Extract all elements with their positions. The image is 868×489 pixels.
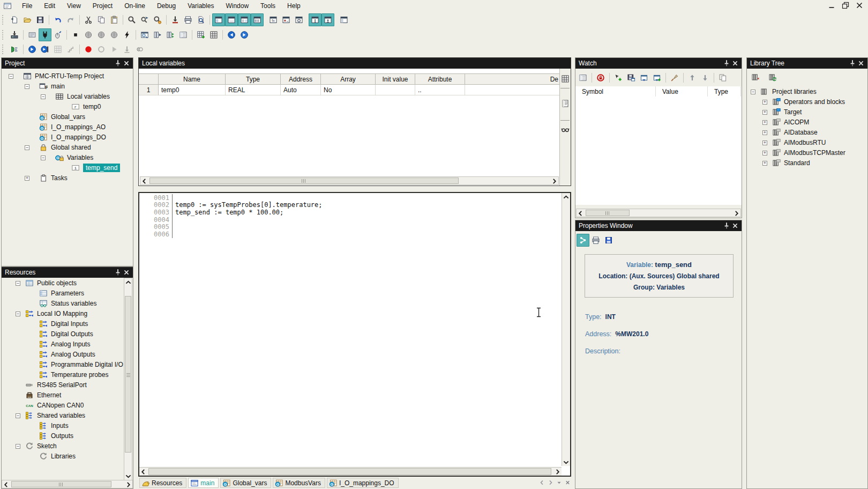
expander-plus-icon[interactable]: + xyxy=(762,110,767,115)
tree-item-ethernet[interactable]: Ethernet xyxy=(2,390,133,401)
refresh-columns-button[interactable] xyxy=(164,28,177,41)
tree-item-analog-outputs[interactable]: Analog Outputs xyxy=(2,350,133,360)
compile-button[interactable] xyxy=(82,28,95,41)
menu-item-help[interactable]: Help xyxy=(281,1,306,11)
close-button[interactable] xyxy=(731,59,739,68)
scrollbar-thumb[interactable] xyxy=(149,177,459,184)
scroll-right-icon[interactable] xyxy=(124,480,132,488)
expander-plus-icon[interactable]: + xyxy=(762,120,767,125)
download-code-button[interactable] xyxy=(39,43,51,56)
tab-resources[interactable]: Resources xyxy=(139,478,186,488)
toolbar-grip[interactable] xyxy=(2,45,5,54)
toolbar-grip[interactable] xyxy=(2,30,5,40)
close-button[interactable] xyxy=(731,221,739,230)
tree-item-analog-inputs[interactable]: Analog Inputs xyxy=(2,339,133,350)
step-over-button[interactable] xyxy=(121,43,133,56)
column-header-type[interactable]: Type xyxy=(226,73,281,85)
tab-menu-button[interactable] xyxy=(556,479,563,486)
find-button[interactable] xyxy=(125,13,138,26)
watch-list[interactable] xyxy=(575,97,742,205)
code-editor[interactable]: 00010002temp0 := sysTempProbes[0].temper… xyxy=(138,192,571,477)
expander-minus-icon[interactable]: − xyxy=(16,444,20,449)
scroll-right-icon[interactable] xyxy=(553,468,562,476)
add-symbol-button[interactable] xyxy=(612,71,625,84)
tree-item-rs485-serialport[interactable]: RS485 SerialPort xyxy=(2,380,133,390)
resources-vertical-scrollbar[interactable] xyxy=(124,278,132,480)
tree-item-temp-send[interactable]: itemp_send xyxy=(2,163,133,173)
device-view-button[interactable] xyxy=(26,28,39,41)
save-watch-button[interactable] xyxy=(625,71,638,84)
library-window-button[interactable] xyxy=(251,13,264,26)
watch-window-button[interactable] xyxy=(238,13,251,26)
fullscreen-button[interactable] xyxy=(338,13,350,26)
scroll-down-icon[interactable] xyxy=(124,472,132,480)
table-horizontal-scrollbar[interactable] xyxy=(140,176,559,185)
scroll-left-icon[interactable] xyxy=(2,480,10,488)
tree-item-libraries[interactable]: Libraries xyxy=(2,451,133,462)
go-to-symbol-button[interactable] xyxy=(169,13,182,26)
tree-item-digital-outputs[interactable]: Digital Outputs xyxy=(2,329,133,339)
expander-plus-icon[interactable]: + xyxy=(25,176,29,181)
grid-properties-button[interactable] xyxy=(560,74,570,84)
menu-item-project[interactable]: Project xyxy=(87,1,118,11)
column-header-row-number[interactable] xyxy=(139,73,159,85)
expander-plus-icon[interactable]: + xyxy=(762,151,767,155)
scrollbar-track[interactable] xyxy=(10,480,124,488)
scroll-left-icon[interactable] xyxy=(140,177,148,185)
tree-item-status-variables[interactable]: Status variables xyxy=(2,299,133,309)
tab-left-button[interactable] xyxy=(538,479,545,486)
scroll-up-icon[interactable] xyxy=(124,278,132,286)
menu-item-tools[interactable]: Tools xyxy=(255,1,281,11)
tree-item-aicopm[interactable]: +AICOPM xyxy=(747,117,867,128)
menu-item-on-line[interactable]: On-line xyxy=(118,1,151,11)
code-line[interactable]: 0002temp0 := sysTempProbes[0].temperatur… xyxy=(139,202,560,209)
tree-item-main[interactable]: −Pmain xyxy=(2,82,133,92)
clear-watch-button[interactable] xyxy=(668,71,681,84)
tab-right-button[interactable] xyxy=(547,479,554,486)
stop-button[interactable] xyxy=(69,28,82,41)
cell-row-number[interactable]: 1 xyxy=(139,85,159,95)
call-stack-button[interactable] xyxy=(64,43,77,56)
tab-close-button[interactable] xyxy=(564,479,571,486)
open-project-button[interactable] xyxy=(21,13,34,26)
menu-item-debug[interactable]: Debug xyxy=(151,1,182,11)
expander-plus-icon[interactable]: + xyxy=(762,161,767,166)
column-header-array[interactable]: Array xyxy=(321,73,376,85)
table-row[interactable]: 1temp0REALAutoNo.. xyxy=(139,85,561,95)
code-line[interactable]: 0003temp_send := temp0 * 100.00; xyxy=(139,209,560,216)
expander-plus-icon[interactable]: + xyxy=(762,100,767,105)
tree-item-global-vars[interactable]: GGlobal_vars xyxy=(2,112,133,122)
scroll-right-icon[interactable] xyxy=(732,209,740,217)
save-blue-button[interactable] xyxy=(602,234,615,247)
cross-reference-window-button[interactable] xyxy=(280,13,293,26)
output-window-button[interactable] xyxy=(225,13,238,26)
tree-item-public-objects[interactable]: −Public objects xyxy=(2,278,133,288)
expander-plus-icon[interactable]: + xyxy=(762,130,767,135)
tree-item-programmable-digital-i-o[interactable]: Programmable Digital I/O xyxy=(2,360,133,370)
expander-minus-icon[interactable]: − xyxy=(41,155,46,160)
watch-column-type[interactable]: Type xyxy=(708,86,741,97)
pin-button[interactable] xyxy=(722,59,731,68)
watch-column-symbol[interactable]: Symbol xyxy=(575,86,656,97)
tab-main[interactable]: main xyxy=(188,478,219,488)
scrollbar-track[interactable] xyxy=(562,201,570,458)
cell-array[interactable]: No xyxy=(321,85,376,95)
tree-item-local-variables[interactable]: −Local variables xyxy=(2,92,133,102)
connect-button[interactable] xyxy=(39,28,51,41)
run-mode-button[interactable] xyxy=(8,43,21,56)
cell-de[interactable] xyxy=(465,85,561,95)
local-variables-table[interactable]: NameTypeAddressArrayInit valueAttributeD… xyxy=(139,69,560,186)
tree-item-global-shared[interactable]: −Global shared xyxy=(2,143,133,153)
cell-address[interactable]: Auto xyxy=(281,85,321,95)
menu-item-variables[interactable]: Variables xyxy=(182,1,220,11)
link-properties-button[interactable] xyxy=(577,234,589,247)
record-trigger-button[interactable] xyxy=(82,43,95,56)
menu-item-window[interactable]: Window xyxy=(220,1,255,11)
print-preview-button[interactable] xyxy=(194,13,207,26)
menu-item-edit[interactable]: Edit xyxy=(38,1,61,11)
halt-execution-button[interactable] xyxy=(95,43,108,56)
tab-i-o-mappings-do[interactable]: GI_O_mappings_DO xyxy=(327,478,399,488)
tree-item-sketch[interactable]: −Sketch xyxy=(2,441,133,451)
cut-button[interactable] xyxy=(82,13,95,26)
scrollbar-thumb[interactable] xyxy=(586,210,630,216)
